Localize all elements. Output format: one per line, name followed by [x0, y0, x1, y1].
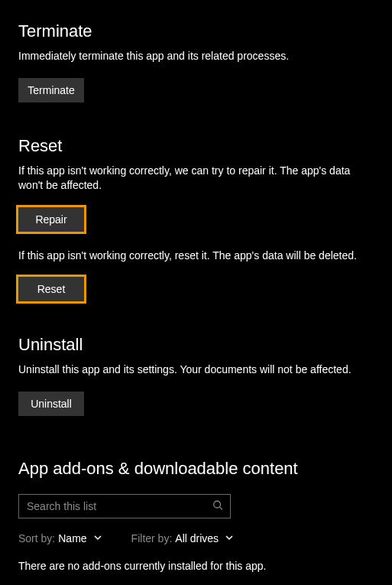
terminate-section: Terminate Immediately terminate this app… [18, 21, 374, 102]
addons-title: App add-ons & downloadable content [18, 459, 374, 479]
chevron-down-icon [93, 532, 102, 544]
terminate-title: Terminate [18, 21, 374, 41]
terminate-description: Immediately terminate this app and its r… [18, 49, 374, 64]
repair-description: If this app isn't working correctly, we … [18, 164, 374, 193]
reset-block: If this app isn't working correctly, res… [18, 249, 374, 302]
chevron-down-icon [225, 532, 234, 544]
reset-section: Reset If this app isn't working correctl… [18, 136, 374, 302]
uninstall-button[interactable]: Uninstall [18, 392, 84, 416]
filter-row: Sort by: Name Filter by: All drives [18, 532, 374, 544]
no-addons-text: There are no add-ons currently installed… [18, 560, 374, 572]
filter-by-value: All drives [175, 532, 219, 544]
filter-by-dropdown[interactable]: Filter by: All drives [131, 532, 234, 544]
search-input[interactable] [18, 494, 231, 518]
filter-by-label: Filter by: [131, 532, 173, 544]
sort-by-dropdown[interactable]: Sort by: Name [18, 532, 102, 544]
repair-button[interactable]: Repair [18, 207, 84, 232]
reset-title: Reset [18, 136, 374, 156]
terminate-button[interactable]: Terminate [18, 78, 84, 102]
uninstall-title: Uninstall [18, 335, 374, 355]
addons-section: App add-ons & downloadable content Sort … [18, 459, 374, 572]
uninstall-description: Uninstall this app and its settings. You… [18, 362, 374, 378]
repair-block: If this app isn't working correctly, we … [18, 164, 374, 232]
uninstall-section: Uninstall Uninstall this app and its set… [18, 335, 374, 416]
search-box [18, 494, 231, 518]
sort-by-value: Name [58, 532, 86, 544]
reset-button[interactable]: Reset [18, 277, 84, 301]
sort-by-label: Sort by: [18, 532, 55, 544]
reset-description: If this app isn't working correctly, res… [18, 249, 374, 264]
